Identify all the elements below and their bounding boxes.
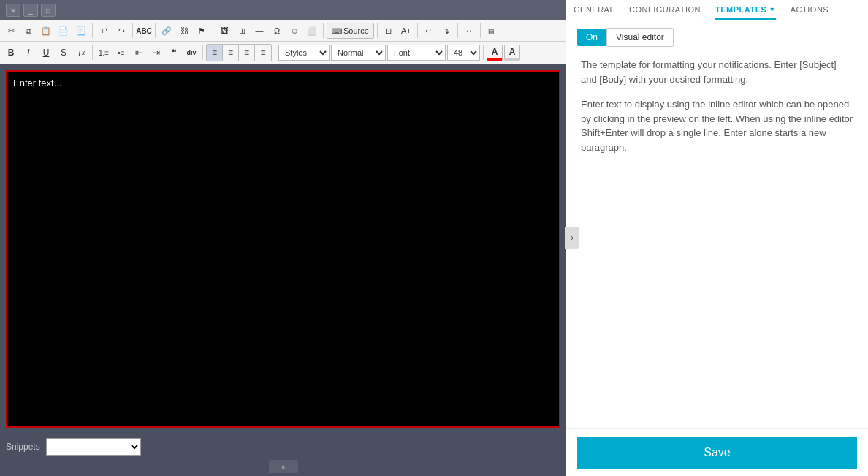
copy-button[interactable]: ⧉ xyxy=(20,23,37,39)
source-button[interactable]: ⌨ Source xyxy=(327,23,374,39)
editor-topbar: ✕ _ □ xyxy=(0,0,566,20)
nav-templates[interactable]: TEMPLATES ▼ xyxy=(715,5,776,20)
undo-button[interactable]: ↩ xyxy=(96,23,112,39)
separator-9 xyxy=(480,23,481,38)
unlink-button[interactable]: ⛓ xyxy=(176,23,192,39)
hline-button[interactable]: — xyxy=(251,23,267,39)
font-bg-color-icon: A xyxy=(509,47,516,57)
save-button[interactable]: Save xyxy=(577,437,857,469)
align-right-button[interactable]: ≡ xyxy=(239,45,255,61)
styles-select[interactable]: Styles xyxy=(278,45,330,61)
separator-8 xyxy=(457,23,458,38)
smiley-button[interactable]: ☺ xyxy=(286,23,302,39)
templates-dropdown-icon: ▼ xyxy=(769,6,775,13)
topbar-close-btn[interactable]: ✕ xyxy=(6,4,20,17)
right-panel: GENERAL CONFIGURATION TEMPLATES ▼ ACTION… xyxy=(566,0,868,476)
nav-general[interactable]: GENERAL xyxy=(574,5,614,20)
editor-content-area[interactable]: Enter text... xyxy=(6,70,560,428)
underline-button[interactable]: U xyxy=(38,45,54,61)
nav-actions[interactable]: ACTIONS xyxy=(791,5,829,20)
separator-2 xyxy=(132,23,133,38)
blockquote-button[interactable]: ❝ xyxy=(166,45,182,61)
align-group: ≡ ≡ ≡ ≡ xyxy=(206,44,272,61)
separator-1 xyxy=(92,23,93,38)
link-button[interactable]: 🔗 xyxy=(159,23,175,39)
topbar-min-btn[interactable]: _ xyxy=(23,4,38,17)
snippets-label: Snippets xyxy=(6,442,40,452)
font-bg-color-button[interactable]: A xyxy=(504,45,520,61)
special-char-button[interactable]: Ω xyxy=(269,23,285,39)
normal-select[interactable]: Normal xyxy=(331,45,386,61)
align-justify-button[interactable]: ≡ xyxy=(255,45,271,61)
show-blocks-button[interactable]: ▤ xyxy=(484,23,500,39)
collapse-area: ∧ xyxy=(0,460,566,476)
mid-expand-button[interactable]: › xyxy=(565,227,579,249)
separator-7 xyxy=(417,23,418,38)
ordered-list-button[interactable]: 1.≡ xyxy=(96,45,112,61)
anchor-button[interactable]: ⚑ xyxy=(194,23,210,39)
indent-button[interactable]: ⇥ xyxy=(148,45,164,61)
align-left-button[interactable]: ≡ xyxy=(207,45,223,61)
div-button[interactable]: div xyxy=(183,45,199,61)
paste-text-button[interactable]: 📄 xyxy=(56,23,72,39)
separator-5 xyxy=(323,23,324,38)
toolbar-row-1: ✂ ⧉ 📋 📄 📃 ↩ ↪ ABC 🔗 ⛓ ⚑ 🖼 ⊞ — Ω ☺ ⬜ ⌨ So… xyxy=(0,20,566,42)
separator-13 xyxy=(483,45,484,60)
separator-10 xyxy=(92,45,93,60)
clear-format-button[interactable]: Tx xyxy=(73,45,89,61)
strikethrough-button[interactable]: S xyxy=(56,45,72,61)
right-bottom: Save xyxy=(566,428,868,476)
snippets-select[interactable] xyxy=(46,438,141,456)
description-line1: The template for formatting your notific… xyxy=(581,58,853,86)
font-select[interactable]: Font xyxy=(387,45,446,61)
zoom-in-button[interactable]: A+ xyxy=(398,23,414,39)
paste-word-button[interactable]: 📃 xyxy=(73,23,89,39)
right-content: The template for formatting your notific… xyxy=(566,47,868,428)
visual-editor-button[interactable]: Visual editor xyxy=(606,28,674,47)
align-center-button[interactable]: ≡ xyxy=(223,45,239,61)
collapse-button[interactable]: ∧ xyxy=(269,460,298,473)
editor-area-wrapper[interactable]: Enter text... xyxy=(0,64,566,434)
ltr-button[interactable]: ↵ xyxy=(421,23,437,39)
separator-6 xyxy=(377,23,378,38)
italic-button[interactable]: I xyxy=(20,45,37,61)
spellcheck-button[interactable]: ABC xyxy=(136,23,152,39)
editor-panel: ✕ _ □ ✂ ⧉ 📋 📄 📃 ↩ ↪ ABC 🔗 ⛓ ⚑ 🖼 ⊞ — Ω ☺ … xyxy=(0,0,566,476)
editor-placeholder: Enter text... xyxy=(7,72,67,94)
right-nav: GENERAL CONFIGURATION TEMPLATES ▼ ACTION… xyxy=(566,0,868,20)
collapse-icon: ∧ xyxy=(281,463,286,471)
separator-4 xyxy=(213,23,213,38)
outdent-button[interactable]: ⇤ xyxy=(131,45,147,61)
fit-page-button[interactable]: ⊡ xyxy=(381,23,397,39)
size-select[interactable]: 48 xyxy=(447,45,480,61)
toggle-on-button[interactable]: On xyxy=(577,29,606,46)
font-color-button[interactable]: A xyxy=(487,45,503,61)
paste-button[interactable]: 📋 xyxy=(38,23,54,39)
description-line2: Enter text to display using the inline e… xyxy=(581,97,853,154)
cut-button[interactable]: ✂ xyxy=(3,23,19,39)
source-label: Source xyxy=(343,26,369,35)
toggle-area: On Visual editor xyxy=(566,20,868,47)
bold-button[interactable]: B xyxy=(3,45,19,61)
iframe-button[interactable]: ⬜ xyxy=(304,23,320,39)
expand-icon: › xyxy=(571,233,574,243)
rtl-button[interactable]: ↴ xyxy=(438,23,454,39)
table-button[interactable]: ⊞ xyxy=(234,23,250,39)
separator-11 xyxy=(202,45,203,60)
unordered-list-button[interactable]: •≡ xyxy=(113,45,129,61)
topbar-max-btn[interactable]: □ xyxy=(41,4,56,17)
redo-button[interactable]: ↪ xyxy=(113,23,129,39)
bidirectional-button[interactable]: ↔ xyxy=(461,23,477,39)
source-icon: ⌨ xyxy=(332,27,342,35)
toolbar-row-2: B I U S Tx 1.≡ •≡ ⇤ ⇥ ❝ div ≡ ≡ ≡ ≡ Styl… xyxy=(0,42,566,64)
snippets-bar: Snippets xyxy=(0,434,566,460)
separator-3 xyxy=(155,23,156,38)
image-button[interactable]: 🖼 xyxy=(216,23,232,39)
font-color-icon: A xyxy=(492,47,498,57)
nav-configuration[interactable]: CONFIGURATION xyxy=(629,5,701,20)
separator-12 xyxy=(275,45,275,60)
